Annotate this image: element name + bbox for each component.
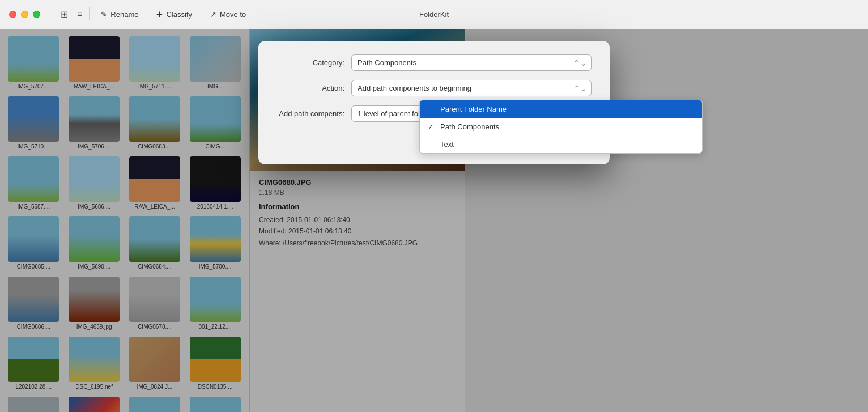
action-label: Action: [276, 84, 344, 92]
moveto-icon: ↗ [210, 10, 216, 19]
rename-icon: ✎ [101, 10, 107, 19]
category-label: Category: [276, 58, 344, 67]
classify-button[interactable]: ✚ Classify [150, 7, 199, 22]
maximize-button[interactable] [33, 11, 40, 18]
rename-button[interactable]: ✎ Rename [94, 7, 145, 22]
list-view-icon[interactable]: ≡ [75, 7, 84, 22]
dropdown-item-text[interactable]: Text [420, 135, 702, 153]
category-select[interactable]: Path Components [351, 54, 592, 71]
category-dropdown-menu[interactable]: Parent Folder NamePath ComponentsText [419, 100, 703, 154]
toolbar: ⊞ ≡ ✎ Rename ✚ Classify ↗ Move to [58, 7, 253, 22]
action-control: Add path components to beginning ⌃⌄ [351, 80, 592, 96]
action-row: Action: Add path components to beginning… [276, 80, 592, 96]
main-content: IMG_5707....RAW_LEICA_...IMG_5711....IMG… [0, 29, 868, 412]
action-select[interactable]: Add path components to beginning [351, 80, 592, 96]
modal-overlay: Category: Path Components ⌃⌄ Parent Fold… [0, 29, 868, 412]
add-path-label: Add path compents: [276, 109, 344, 118]
category-control: Path Components ⌃⌄ Parent Folder NamePat… [351, 54, 592, 71]
toolbar-separator [89, 7, 90, 20]
dropdown-item-path_components[interactable]: Path Components [420, 118, 702, 135]
app-title: FolderKit [419, 10, 449, 19]
classify-icon: ✚ [156, 10, 163, 19]
moveto-button[interactable]: ↗ Move to [203, 7, 253, 22]
traffic-lights [9, 11, 40, 18]
minimize-button[interactable] [21, 11, 28, 18]
category-row: Category: Path Components ⌃⌄ Parent Fold… [276, 54, 592, 71]
grid-view-icon[interactable]: ⊞ [58, 7, 70, 22]
title-bar: ⊞ ≡ ✎ Rename ✚ Classify ↗ Move to Folder… [0, 0, 868, 29]
rename-dialog: Category: Path Components ⌃⌄ Parent Fold… [258, 41, 610, 164]
dropdown-item-parent_folder_name[interactable]: Parent Folder Name [420, 100, 702, 118]
close-button[interactable] [9, 11, 16, 18]
